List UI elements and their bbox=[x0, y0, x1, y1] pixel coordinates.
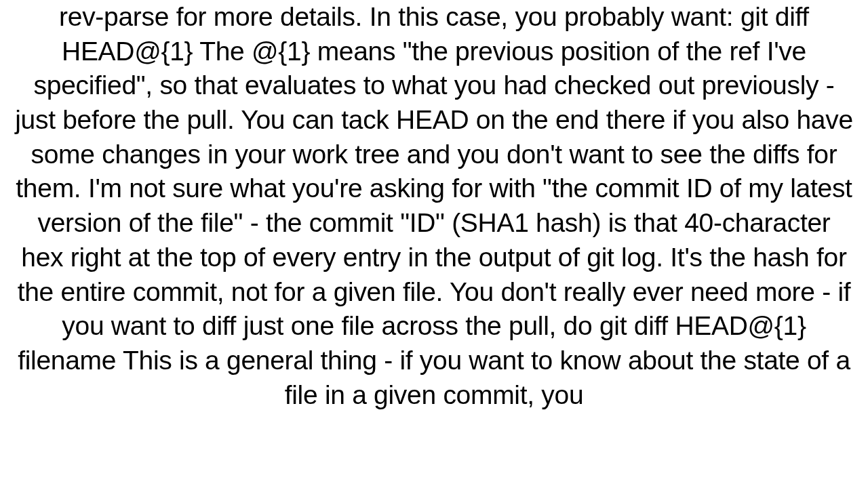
document-body: rev-parse for more details. In this case… bbox=[0, 0, 868, 412]
body-paragraph: rev-parse for more details. In this case… bbox=[15, 2, 853, 409]
